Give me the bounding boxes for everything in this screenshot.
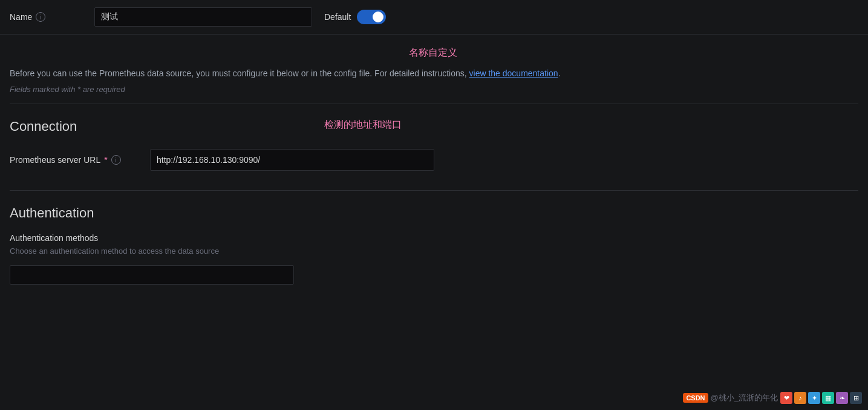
wm-icon-6: ⊞ [850,392,862,404]
wm-icon-3: ✦ [808,392,820,404]
page-wrapper: Name i Default 名称自定义 Before you can use … [0,0,868,285]
wm-icon-2: ♪ [794,392,806,404]
url-info-icon[interactable]: i [111,155,121,165]
section-info: 名称自定义 Before you can use the Prometheus … [10,35,857,104]
watermark-icons: ❤ ♪ ✦ ▦ ❧ ⊞ [780,392,862,404]
main-content: 名称自定义 Before you can use the Prometheus … [0,35,868,285]
name-row: Name i Default [0,0,868,35]
name-info-icon[interactable]: i [36,12,45,22]
detected-label: 检测的地址和端口 [324,119,402,131]
url-field-row: Prometheus server URL * i [10,149,858,171]
watermark-text: @桃小_流浙的年化 [711,392,778,403]
name-input[interactable] [94,7,312,27]
auth-title: Authentication [10,205,858,221]
url-field-label: Prometheus server URL * i [10,155,143,165]
connection-title: Connection [10,119,858,134]
name-label-text: Name [10,12,32,22]
csdn-watermark: CSDN @桃小_流浙的年化 ❤ ♪ ✦ ▦ ❧ ⊞ [683,392,862,404]
wm-icon-1: ❤ [780,392,792,404]
url-label-text: Prometheus server URL [10,155,100,165]
default-toggle[interactable] [357,10,386,24]
auth-methods-label: Authentication methods [10,233,858,243]
doc-link[interactable]: view the documentation [469,68,558,78]
wm-icon-4: ▦ [822,392,834,404]
toggle-slider [357,10,386,24]
csdn-badge: CSDN [683,393,708,403]
connection-section: Connection 检测的地址和端口 Prometheus server UR… [10,104,858,190]
description-text: Before you can use the Prometheus data s… [10,67,857,80]
url-input[interactable] [150,149,434,171]
url-required-star: * [104,155,107,165]
auth-input-bar[interactable] [10,265,294,285]
authentication-section: Authentication Authentication methods Ch… [10,191,858,285]
auth-methods-desc: Choose an authentication method to acces… [10,246,858,256]
name-label-container: Name i [10,12,94,22]
description-pre: Before you can use the Prometheus data s… [10,68,469,78]
required-note: Fields marked with * are required [10,85,857,94]
wm-icon-5: ❧ [836,392,848,404]
default-label: Default [324,12,351,22]
custom-name-label: 名称自定义 [10,47,857,59]
